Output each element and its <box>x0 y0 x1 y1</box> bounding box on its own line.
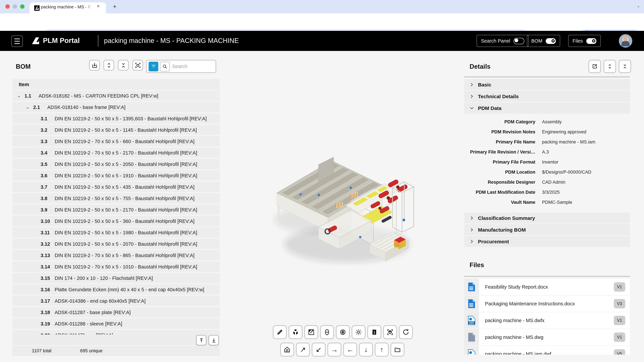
new-tab-button[interactable]: + <box>111 3 119 11</box>
pdm-row: Primary File Name packing machine - MS.i… <box>464 137 630 147</box>
move-left-icon[interactable]: ← <box>344 343 357 356</box>
file-row[interactable]: DWF Feasibility Study Report.docx V1 <box>464 279 630 295</box>
file-row[interactable]: DWF Packaging Maintenance Instructions.d… <box>464 296 630 312</box>
section-label: Classification Summary <box>478 215 535 221</box>
row-item-text: DIN EN 10219-2 - 70 x 50 x 5 - 2170 - Ba… <box>55 150 197 155</box>
bom-toggle[interactable]: BOM <box>527 35 560 47</box>
row-item-number: 3.18 <box>40 310 51 315</box>
bom-row[interactable]: 3.15 DIN 174 - 200 x 10 - 120 - Flachsta… <box>12 273 220 283</box>
move-right-icon[interactable]: → <box>328 343 341 356</box>
measure-icon[interactable] <box>273 326 286 339</box>
bom-row[interactable]: 3.19 ADSK-011288 - sleeve [REV:A] <box>12 319 220 329</box>
move-up-right-icon[interactable]: ↗ <box>296 343 310 356</box>
window-close-button[interactable] <box>5 4 10 9</box>
bom-row[interactable]: 3.7 DIN EN 10219-2 - 50 x 50 x 5 - 435 -… <box>12 182 220 192</box>
bom-row[interactable]: ⌄ 1.1 ADSK-018182 - MS - CARTON FEEDING … <box>12 90 220 101</box>
accordion-section[interactable]: Procurement <box>464 236 630 247</box>
bom-row[interactable]: 3.13 DIN EN 10219-2 - 70 x 50 x 5 - 865 … <box>12 250 220 260</box>
collapse-all-icon[interactable] <box>118 60 128 70</box>
row-caret-icon[interactable]: ⌄ <box>26 105 33 110</box>
bom-row[interactable]: ⌄ 2.1 ADSK-018140 - base frame [REV:A] <box>12 102 220 112</box>
autodesk-logo <box>31 36 40 45</box>
bom-row[interactable]: 3.1 DIN EN 10219-2 - 50 x 50 x 5 - 1395,… <box>12 113 220 124</box>
bom-row[interactable]: 3.4 DIN EN 10219-2 - 70 x 50 x 5 - 2170 … <box>12 147 220 158</box>
details-divider <box>464 76 630 77</box>
pdm-label: PDM Location <box>464 169 535 174</box>
fit-panel-icon[interactable] <box>132 60 143 70</box>
search-input[interactable] <box>172 63 214 69</box>
hamburger-menu-button[interactable] <box>12 35 23 47</box>
bom-row[interactable]: 3.3 DIN EN 10219-2 - 70 x 50 x 5 - 660 -… <box>12 136 220 146</box>
bom-row[interactable]: 3.17 ADSK-014386 - end cap 60x40x5 [REV:… <box>12 296 220 306</box>
window-minimize-button[interactable] <box>13 4 17 9</box>
bom-row[interactable]: 3.8 DIN EN 10219-2 - 50 x 50 x 5 - 755 -… <box>12 193 220 203</box>
files-list: DWF Feasibility Study Report.docx V1 <box>464 279 630 355</box>
brightness-icon[interactable] <box>352 326 365 339</box>
tab-close-icon[interactable]: × <box>95 3 101 9</box>
accordion-section[interactable]: Basic <box>464 79 630 90</box>
expand-all-icon[interactable] <box>604 60 616 73</box>
toggle-switch-on[interactable] <box>586 38 596 44</box>
expand-all-icon[interactable] <box>104 60 114 70</box>
reset-orbit-icon[interactable] <box>399 326 412 339</box>
accordion-section[interactable]: PDM Data <box>464 103 630 114</box>
bom-scroll-buttons <box>196 335 219 345</box>
download-icon[interactable] <box>89 60 100 70</box>
file-row[interactable]: DWF packing machine - MS.dwg V1 <box>464 329 630 345</box>
move-up-icon[interactable]: ↑ <box>375 343 388 356</box>
bom-row[interactable]: 3.18 ADSK-011287 - base plate [REV:A] <box>12 307 220 318</box>
bom-row[interactable]: 3.12 DIN EN 10219-2 - 50 x 50 x 5 - 2070… <box>12 239 220 249</box>
open-external-icon[interactable] <box>589 60 601 73</box>
chevron-down-icon[interactable]: ⌄ <box>636 3 640 8</box>
accordion-section[interactable]: Classification Summary <box>464 213 630 224</box>
docx-file-icon <box>468 282 476 292</box>
single-level-icon[interactable]: 1 <box>368 326 381 339</box>
collapse-all-icon[interactable] <box>619 60 631 73</box>
explode-icon[interactable] <box>289 326 302 339</box>
file-icon-cell: DWF <box>464 346 479 355</box>
search-panel-toggle[interactable]: Search Panel <box>477 35 528 47</box>
bom-row[interactable]: 3.6 DIN EN 10219-2 - 50 x 50 x 5 - 1910 … <box>12 170 220 181</box>
accordion-section[interactable]: Manufacturing BOM <box>464 224 630 235</box>
bom-row[interactable]: 3.20 ADSK-011471 - … [REV:A] <box>12 330 220 335</box>
look-at-icon[interactable] <box>336 326 350 339</box>
home-icon[interactable] <box>280 343 294 356</box>
row-item-number: 3.20 <box>40 332 51 335</box>
window-maximize-button[interactable] <box>20 4 24 9</box>
move-down-icon[interactable]: ↓ <box>359 343 373 356</box>
file-row[interactable]: DWF packing machine - MS.iam.dwf V5 <box>464 346 630 355</box>
tab-title-fade <box>84 4 92 11</box>
hide-object-icon[interactable] <box>320 326 334 339</box>
bom-row[interactable]: 3.11 DIN EN 10219-2 - 50 x 50 x 5 - 1980… <box>12 227 220 238</box>
scroll-to-bottom-icon[interactable] <box>209 335 219 345</box>
fit-view-icon[interactable] <box>384 326 397 339</box>
bom-row[interactable]: 3.2 DIN EN 10219-2 - 50 x 50 x 5 - 1145 … <box>12 125 220 135</box>
file-row[interactable]: DWF packing machine - MS.dwfx V1 <box>464 312 630 329</box>
bom-row[interactable]: 3.14 DIN EN 10219-2 - 70 x 50 x 5 - 1010… <box>12 261 220 272</box>
row-item-number: 3.15 <box>40 275 51 281</box>
3d-model-viewport[interactable] <box>271 137 415 272</box>
filter-icon[interactable] <box>148 61 158 71</box>
move-down-left-icon[interactable]: ↙ <box>312 343 325 356</box>
bom-row[interactable]: 3.10 DIN EN 10219-2 - 50 x 50 x 5 - 360 … <box>12 216 220 226</box>
pdm-value: A.3 <box>542 149 549 154</box>
row-item-text: DIN EN 10219-2 - 50 x 50 x 5 - 2170 - Ba… <box>55 207 197 212</box>
bom-search-box <box>146 60 216 73</box>
files-toggle[interactable]: Files <box>568 35 600 47</box>
search-icon[interactable] <box>160 61 170 71</box>
browse-icon[interactable] <box>391 343 404 356</box>
row-item-text: ADSK-014386 - end cap 60x40x5 [REV:A] <box>55 298 146 304</box>
screenshot-icon[interactable] <box>304 326 318 339</box>
scroll-to-top-icon[interactable] <box>196 335 206 345</box>
bom-row[interactable]: 3.9 DIN EN 10219-2 - 50 x 50 x 5 - 2170 … <box>12 204 220 215</box>
bom-row[interactable]: 3.16 Platte Gerundete Ecken (mm) 40 x 40… <box>12 284 220 295</box>
user-avatar[interactable] <box>619 34 632 48</box>
accordion-section[interactable]: Technical Details <box>464 91 630 102</box>
toggle-switch-off[interactable] <box>514 38 524 44</box>
row-caret-icon[interactable]: ⌄ <box>17 93 24 98</box>
dwg-file-icon <box>468 333 476 342</box>
bom-row[interactable]: 3.5 DIN EN 10219-2 - 50 x 50 x 5 - 2050 … <box>12 159 220 169</box>
row-item-number: 3.5 <box>40 161 51 167</box>
row-item-text: DIN EN 10219-2 - 50 x 50 x 5 - 360 - Bau… <box>55 218 194 224</box>
toggle-switch-on[interactable] <box>546 38 556 44</box>
